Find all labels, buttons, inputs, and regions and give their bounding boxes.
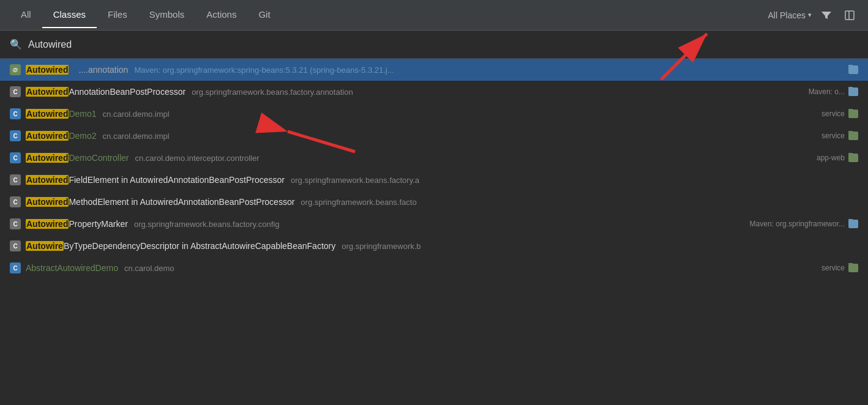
result-right [848, 65, 858, 74]
result-row[interactable]: CAutowiredFieldElement in AutowiredAnnot… [0, 169, 868, 191]
class-icon: C [10, 130, 21, 141]
result-right: service [821, 264, 858, 272]
class-icon: C [10, 196, 21, 207]
result-name: AutowiredFieldElement in AutowiredAnnota… [26, 175, 285, 185]
class-icon: C [10, 86, 21, 97]
class-icon: C [10, 108, 21, 119]
result-module: Maven: org.springframewor... [750, 220, 845, 228]
all-places-label: All Places [768, 10, 806, 20]
result-qualifier: cn.carol.demo.interceptor.controller [135, 154, 817, 163]
result-name: AutowiredMethodElement in AutowiredAnnot… [26, 197, 294, 207]
folder-icon [848, 110, 858, 118]
result-name: Autowired....annotation [26, 65, 128, 75]
result-name: AbstractAutowiredDemo [26, 263, 118, 273]
result-module: app-web [817, 154, 845, 162]
result-row[interactable]: CAutowiredDemoControllercn.carol.demo.in… [0, 147, 868, 169]
result-row[interactable]: @Autowired....annotationMaven: org.sprin… [0, 59, 868, 81]
class-icon: C [10, 262, 21, 273]
result-row[interactable]: CAutowiredPropertyMarkerorg.springframew… [0, 213, 868, 235]
result-row-content: AbstractAutowiredDemocn.carol.demoservic… [26, 263, 858, 273]
result-name: AutowiredDemoController [26, 153, 129, 163]
folder-icon [848, 87, 858, 96]
result-qualifier: Maven: org.springframework:spring-beans:… [134, 65, 848, 75]
tab-symbols[interactable]: Symbols [138, 2, 196, 28]
tab-all[interactable]: All [10, 2, 42, 28]
result-right: service [821, 110, 858, 118]
result-row[interactable]: CAutowiredAnnotationBeanPostProcessororg… [0, 81, 868, 103]
tab-actions[interactable]: Actions [195, 2, 247, 28]
class-icon: C [10, 152, 21, 163]
result-row[interactable]: CAutowiredDemo2cn.carol.demo.implservice [0, 125, 868, 147]
result-qualifier: org.springframework.beans.factory.a [291, 176, 858, 185]
folder-icon [848, 132, 858, 140]
result-right: app-web [817, 154, 858, 162]
results-list: @Autowired....annotationMaven: org.sprin… [0, 59, 868, 279]
class-icon: C [10, 218, 21, 229]
result-module: Maven: o... [809, 87, 845, 96]
tab-right: All Places ▾ [768, 7, 858, 24]
folder-icon [848, 65, 858, 74]
result-row[interactable]: CAutowiredMethodElement in AutowiredAnno… [0, 191, 868, 213]
class-icon: @ [10, 64, 21, 75]
result-row-content: AutowiredMethodElement in AutowiredAnnot… [26, 197, 858, 207]
result-row[interactable]: CAutowireByTypeDependencyDescriptor in A… [0, 235, 868, 257]
result-right: service [821, 132, 858, 140]
search-input[interactable] [28, 39, 858, 50]
result-name: AutowireByTypeDependencyDescriptor in Ab… [26, 241, 335, 251]
result-module: service [821, 110, 845, 118]
result-row[interactable]: CAutowiredDemo1cn.carol.demo.implservice [0, 103, 868, 125]
class-icon: C [10, 240, 21, 251]
result-row-content: AutowiredPropertyMarkerorg.springframewo… [26, 219, 858, 229]
result-module: service [821, 264, 845, 272]
tab-bar: All Classes Files Symbols Actions Git Al… [0, 0, 868, 31]
result-row[interactable]: CAbstractAutowiredDemocn.carol.demoservi… [0, 257, 868, 279]
class-icon: C [10, 174, 21, 185]
result-row-content: AutowiredFieldElement in AutowiredAnnota… [26, 175, 858, 185]
result-row-content: AutowiredAnnotationBeanPostProcessororg.… [26, 87, 858, 97]
folder-icon [848, 264, 858, 272]
result-row-content: AutowiredDemo1cn.carol.demo.implservice [26, 109, 858, 119]
tab-classes[interactable]: Classes [42, 2, 97, 28]
result-qualifier: cn.carol.demo.impl [103, 110, 821, 119]
result-row-content: Autowired....annotationMaven: org.spring… [26, 65, 858, 75]
result-row-content: AutowiredDemoControllercn.carol.demo.int… [26, 153, 858, 163]
search-bar: 🔍 [0, 31, 868, 59]
result-qualifier: org.springframework.beans.factory.annota… [192, 87, 808, 97]
folder-icon [848, 154, 858, 162]
result-qualifier: org.springframework.beans.factory.config [134, 220, 750, 229]
result-name: AutowiredDemo1 [26, 109, 97, 119]
result-qualifier: org.springframework.beans.facto [301, 198, 858, 207]
search-icon: 🔍 [10, 39, 22, 50]
result-right: Maven: org.springframewor... [750, 220, 858, 228]
filter-icon[interactable] [818, 7, 835, 24]
tab-git[interactable]: Git [247, 2, 281, 28]
result-name: AutowiredDemo2 [26, 131, 97, 141]
preview-icon[interactable] [841, 7, 858, 24]
folder-icon [848, 220, 858, 228]
all-places-button[interactable]: All Places ▾ [768, 10, 812, 20]
svg-rect-0 [845, 11, 854, 20]
result-qualifier: cn.carol.demo [124, 264, 821, 273]
result-row-content: AutowireByTypeDependencyDescriptor in Ab… [26, 241, 858, 251]
result-right: Maven: o... [809, 87, 858, 96]
chevron-down-icon: ▾ [808, 11, 812, 19]
result-qualifier: cn.carol.demo.impl [103, 132, 821, 141]
result-row-content: AutowiredDemo2cn.carol.demo.implservice [26, 131, 858, 141]
result-module: service [821, 132, 845, 140]
result-name: AutowiredPropertyMarker [26, 219, 128, 229]
tab-files[interactable]: Files [97, 2, 138, 28]
result-name: AutowiredAnnotationBeanPostProcessor [26, 87, 185, 97]
result-qualifier: org.springframework.b [342, 242, 858, 251]
